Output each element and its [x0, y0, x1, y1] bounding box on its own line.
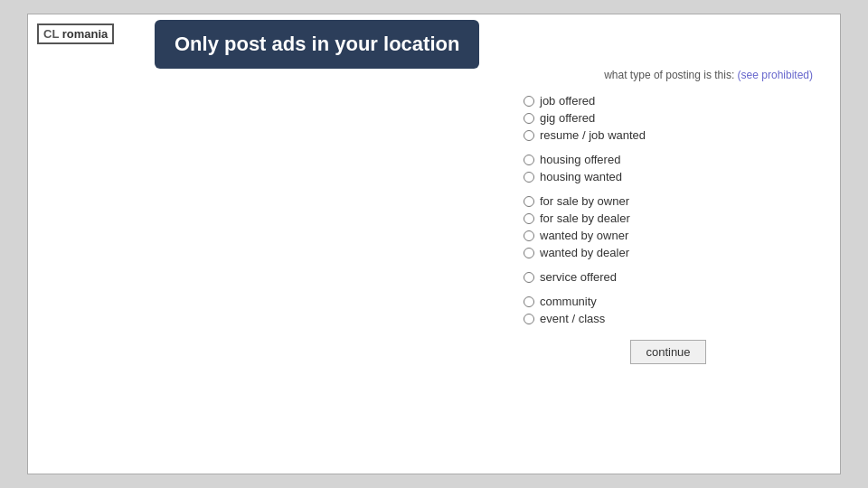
- label-event-class[interactable]: event / class: [540, 312, 605, 325]
- list-item: gig offered: [524, 111, 813, 125]
- radio-group-jobs: job offered gig offered resume / job wan…: [524, 94, 813, 142]
- prohibited-text: (see prohibited): [738, 69, 813, 81]
- label-housing-offered[interactable]: housing offered: [540, 153, 620, 166]
- logo-location: romania: [62, 27, 108, 41]
- radio-for-sale-by-dealer[interactable]: [524, 213, 534, 224]
- list-item: job offered: [524, 94, 813, 108]
- radio-group-services: service offered: [524, 270, 813, 284]
- radio-gig-offered[interactable]: [524, 113, 534, 124]
- radio-for-sale-by-owner[interactable]: [524, 196, 534, 207]
- radio-job-offered[interactable]: [524, 96, 534, 107]
- list-item: wanted by owner: [524, 229, 813, 242]
- radio-wanted-by-owner[interactable]: [524, 230, 534, 241]
- radio-group-housing: housing offered housing wanted: [524, 153, 813, 183]
- label-gig-offered[interactable]: gig offered: [540, 111, 595, 125]
- tooltip-box: Only post ads in your location: [155, 20, 479, 69]
- list-item: housing offered: [524, 153, 813, 166]
- question-text: what type of posting is this:: [604, 69, 734, 81]
- tooltip-text: Only post ads in your location: [175, 33, 459, 55]
- label-resume-job-wanted[interactable]: resume / job wanted: [540, 128, 646, 142]
- radio-housing-offered[interactable]: [524, 155, 534, 165]
- logo-cl: CL: [43, 27, 59, 41]
- page-wrapper: CL romania Only post ads in your locatio…: [0, 0, 868, 488]
- radio-community[interactable]: [524, 296, 534, 307]
- list-item: wanted by dealer: [524, 246, 813, 259]
- radio-resume-job-wanted[interactable]: [524, 130, 534, 141]
- list-item: event / class: [524, 312, 813, 325]
- label-service-offered[interactable]: service offered: [540, 270, 617, 284]
- prohibited-link[interactable]: (see prohibited): [738, 69, 813, 81]
- list-item: service offered: [524, 270, 813, 284]
- radio-housing-wanted[interactable]: [524, 172, 534, 183]
- label-for-sale-by-dealer[interactable]: for sale by dealer: [540, 211, 630, 225]
- radio-service-offered[interactable]: [524, 272, 534, 283]
- list-item: community: [524, 295, 813, 308]
- radio-wanted-by-dealer[interactable]: [524, 248, 534, 258]
- radio-event-class[interactable]: [524, 314, 534, 324]
- label-for-sale-by-owner[interactable]: for sale by owner: [540, 194, 629, 208]
- content-area: what type of posting is this: (see prohi…: [524, 69, 813, 364]
- label-job-offered[interactable]: job offered: [540, 94, 595, 108]
- list-item: for sale by dealer: [524, 211, 813, 225]
- main-container: CL romania Only post ads in your locatio…: [27, 14, 841, 474]
- radio-group-sale: for sale by owner for sale by dealer wan…: [524, 194, 813, 259]
- list-item: housing wanted: [524, 170, 813, 183]
- list-item: for sale by owner: [524, 194, 813, 208]
- label-wanted-by-owner[interactable]: wanted by owner: [540, 229, 628, 242]
- label-housing-wanted[interactable]: housing wanted: [540, 170, 622, 183]
- radio-group-community: community event / class: [524, 295, 813, 325]
- label-community[interactable]: community: [540, 295, 597, 308]
- continue-button[interactable]: continue: [630, 340, 705, 364]
- label-wanted-by-dealer[interactable]: wanted by dealer: [540, 246, 629, 259]
- logo-area: CL romania: [37, 23, 114, 44]
- question-line: what type of posting is this: (see prohi…: [524, 69, 813, 81]
- list-item: resume / job wanted: [524, 128, 813, 142]
- logo-box[interactable]: CL romania: [37, 23, 114, 44]
